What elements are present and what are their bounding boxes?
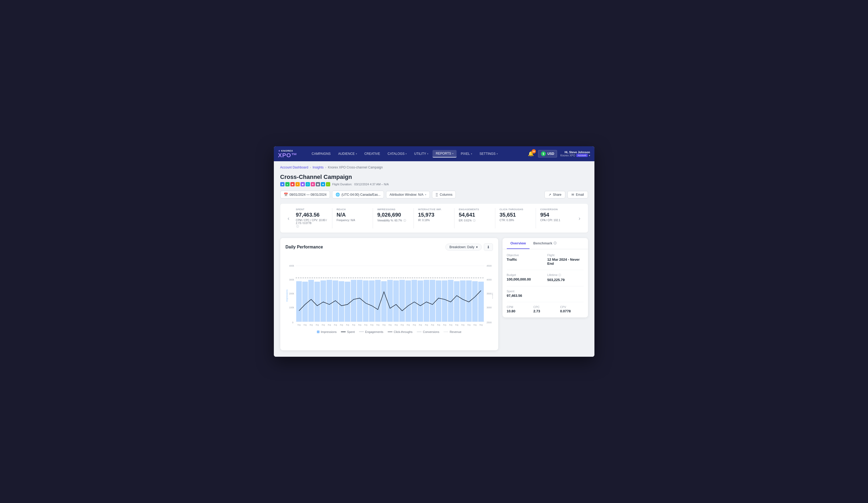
stats-prev-button[interactable]: ‹ [286,215,292,221]
stat-label: REACH [337,208,369,211]
stat-item-impressions: IMPRESSIONS 9,026,690 Viewability %: 60.… [373,208,414,228]
svg-text:4000: 4000 [486,278,492,281]
controls-bar: 📅 08/01/2024 — 08/31/2024 🌐 (UTC-04:00) … [280,191,588,199]
flight-label: Flight [547,253,584,257]
xpo-wordmark: XPO™ [278,152,297,158]
download-button[interactable]: ⬇ [484,243,493,251]
tab-benchmark[interactable]: Benchmark ⓘ [529,238,560,249]
chart-svg-container: 0 100k 200k 300k 400k Impressions 2500 3… [286,255,493,327]
side-panel: Overview Benchmark ⓘ Objective Traffic [503,238,588,318]
tab-overview[interactable]: Overview [507,238,530,249]
legend-spent: Spent [341,330,355,333]
chevron-down-icon: ▾ [425,193,426,196]
stat-sub: CPA / CPI: 102.1 [540,219,572,222]
currency-label: USD [547,152,554,155]
attribution-window-selector[interactable]: Attribution Window: N/A ▾ [386,191,430,199]
channel-icon-7: ✿ [311,182,315,187]
svg-rect-18 [296,281,302,321]
stat-label: ENGAGEMENTS [459,208,491,211]
objective-value: Traffic [507,258,543,262]
budget-lifetime-row: Budget 100,000,000.00 Lifetime ⓘ 503,225… [507,273,584,282]
breadcrumb-account-dashboard[interactable]: Account Dashboard [280,165,308,169]
nav-audience[interactable]: AUDIENCE ▾ [335,150,360,157]
cpv-cell: CPV 0.0778 [560,305,584,313]
svg-text:0: 0 [292,321,293,324]
svg-text:Impressions: Impressions [286,289,288,302]
nav-campaigns[interactable]: CAMPAIGNS [309,150,334,157]
notifications-button[interactable]: 🔔 25 [527,150,535,158]
svg-rect-30 [369,281,374,322]
budget-value: 100,000,000.00 [507,277,543,281]
svg-rect-35 [399,280,405,322]
share-button[interactable]: ↗ Share [545,191,565,199]
svg-rect-19 [302,282,308,322]
legend-revenue-line [444,332,448,332]
svg-rect-25 [339,281,344,321]
nav-pixel[interactable]: PIXEL ▾ [458,150,475,157]
stat-sub: IR: 0.18% [418,219,450,222]
stat-sub: CPM / CPC / CPV: 10.80 / 2.73 / 0.0778 [296,219,328,225]
nav-reports[interactable]: REPORTS ▾ [433,150,457,158]
date-range-picker[interactable]: 📅 08/01/2024 — 08/31/2024 [280,191,330,199]
tab-benchmark-label: Benchmark [533,241,552,245]
breadcrumb-sep-2: › [325,165,326,169]
nav-catalogs[interactable]: CATALOGS ▾ [384,150,410,157]
channel-icon-4: ✦ [296,182,300,187]
svg-text:3000: 3000 [486,306,492,309]
stats-row: ‹ SPENT 97,463.56 CPM / CPC / CPV: 10.80… [280,204,588,233]
svg-text:4500: 4500 [486,264,492,267]
stat-item-engagements: ENGAGEMENTS 54,641 ER: 0.61% ⓘ [454,208,495,228]
nav-settings[interactable]: SETTINGS ▾ [476,150,501,157]
channel-icons: ◈ ▲ ◉ ✦ ▣ ⬡ ✿ ▦ ◈ ▪ [280,182,330,187]
breadcrumb-sep-1: › [310,165,311,169]
channel-icon-8: ▦ [316,182,320,187]
chart-header: Daily Performance Breakdown: Daily ▾ ⬇ [286,243,493,251]
cpc-cell: CPC 2.73 [534,305,557,313]
svg-rect-23 [327,280,332,322]
breakdown-selector[interactable]: Breakdown: Daily ▾ [445,244,482,251]
budget-label: Budget [507,273,543,276]
stat-sub: ER: 0.61% ⓘ [459,219,491,222]
svg-rect-32 [381,281,386,321]
nav-creative[interactable]: CREATIVE [361,150,383,157]
chart-legend: Impressions Spent Engagements Click-thro… [286,330,493,333]
columns-label: Columns [440,193,452,197]
breakdown-chevron-icon: ▾ [476,245,478,249]
notification-badge: 25 [531,149,536,153]
spent-row: Spent 97,463.56 [507,290,584,298]
currency-selector[interactable]: $ USD [538,150,557,158]
timezone-selector[interactable]: 🌐 (UTC-04:00) Canada/Eas... [332,191,384,199]
svg-rect-42 [442,281,447,322]
flight-col: Flight 12 Mar 2024 - Never End [547,253,584,265]
nav-menu: CAMPAIGNS AUDIENCE ▾ CREATIVE CATALOGS ▾… [309,150,527,158]
svg-text:100k: 100k [289,306,294,309]
campaign-meta: ◈ ▲ ◉ ✦ ▣ ⬡ ✿ ▦ ◈ ▪ Flight Duration: 03/… [280,182,588,187]
flight-duration-label: Flight Duration: [332,183,352,186]
nav-utility[interactable]: UTILITY ▾ [411,150,432,157]
stats-next-button[interactable]: › [577,215,583,221]
svg-rect-21 [314,282,320,322]
svg-rect-45 [460,281,465,322]
email-button[interactable]: ✉ Email [567,191,588,199]
channel-icon-9: ◈ [321,182,325,187]
cpm-value: 10.80 [507,309,530,313]
lifetime-col: Lifetime ⓘ 503,225.79 [547,273,584,282]
account-chevron-icon: ▾ [589,154,590,157]
chart-controls: Breakdown: Daily ▾ ⬇ [445,243,493,251]
objective-flight-row: Objective Traffic Flight 12 Mar 2024 - N… [507,253,584,265]
legend-conversions: Conversions [417,330,439,333]
svg-rect-40 [430,280,435,322]
user-account: Knorex XPO Account ▾ [560,154,590,157]
svg-rect-24 [333,281,338,322]
tab-overview-label: Overview [510,241,526,245]
legend-spent-line [341,332,346,332]
objective-col: Objective Traffic [507,253,543,265]
logo[interactable]: ✦ KNOREX XPO™ [278,150,302,158]
breadcrumb-insights[interactable]: Insights [312,165,323,169]
stat-label: INTERACTIVE IMP. [418,208,450,211]
chart-title: Daily Performance [286,245,323,250]
svg-rect-48 [478,282,484,322]
columns-button[interactable]: ⣿ Columns [432,191,456,199]
cpm-cell: CPM 10.80 [507,305,530,313]
stat-value: 97,463.56 [296,212,328,218]
